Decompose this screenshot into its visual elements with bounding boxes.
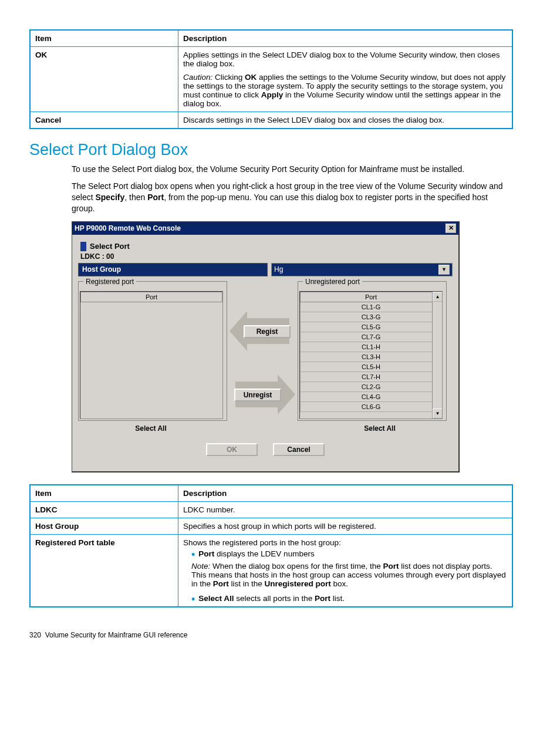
table-row: LDKC LDKC number. xyxy=(30,501,512,518)
cell-item: OK xyxy=(35,50,47,59)
unregistered-port-list[interactable]: Port CL1-G CL3-G CL5-G CL7-G CL1-H CL3-H… xyxy=(299,291,443,419)
port-column-header: Port xyxy=(301,292,442,302)
registered-legend: Registered port xyxy=(83,278,136,286)
unregist-arrow: Unregist xyxy=(233,374,292,414)
unregist-button[interactable]: Unregist xyxy=(234,389,281,401)
list-item: CL6-G xyxy=(301,401,442,411)
cell-desc: Applies settings in the Select LDEV dial… xyxy=(178,47,513,112)
ldkc-label: LDKC : 00 xyxy=(80,252,453,261)
select-port-label: Select Port xyxy=(90,242,130,251)
list-item: CL5-H xyxy=(301,362,442,372)
table-row: OK Applies settings in the Select LDEV d… xyxy=(30,47,512,112)
cell-item: Cancel xyxy=(35,116,61,124)
cell-desc: Discards settings in the Select LDEV dia… xyxy=(178,112,513,129)
list-item: CL2-G xyxy=(301,382,442,391)
table-select-port-items: Item Description LDKC LDKC number. Host … xyxy=(29,484,513,607)
bullet-icon: • xyxy=(191,549,195,561)
list-item: CL1-H xyxy=(301,342,442,352)
unregistered-legend: Unregistered port xyxy=(303,278,362,286)
host-group-value: Hg xyxy=(274,265,283,274)
list-item: CL4-G xyxy=(301,391,442,401)
note-label: Note: xyxy=(191,562,210,571)
th-item: Item xyxy=(30,485,178,502)
host-group-label: Host Group xyxy=(78,263,268,276)
port-column-header: Port xyxy=(81,292,222,302)
paragraph: To use the Select Port dialog box, the V… xyxy=(72,164,513,175)
select-all-registered-button[interactable]: Select All xyxy=(78,422,224,435)
select-port-dialog-screenshot: HP P9000 Remote Web Console ✕ Select Por… xyxy=(72,221,513,472)
list-item: CL7-H xyxy=(301,372,442,382)
page-footer: 320 Volume Security for Mainframe GUI re… xyxy=(29,631,513,639)
list-item: CL7-G xyxy=(301,332,442,342)
caution-label: Caution: xyxy=(183,73,212,82)
table-ok-cancel: Item Description OK Applies settings in … xyxy=(29,29,513,129)
ok-button[interactable]: OK xyxy=(206,443,258,456)
table-row: Registered Port table Shows the register… xyxy=(30,534,512,607)
regist-arrow: Regist xyxy=(233,311,292,351)
regist-button[interactable]: Regist xyxy=(244,325,291,338)
bullet-icon: • xyxy=(191,593,195,605)
list-item: CL3-H xyxy=(301,352,442,362)
close-icon[interactable]: ✕ xyxy=(446,224,456,233)
dialog-titlebar: HP P9000 Remote Web Console ✕ xyxy=(72,222,458,235)
th-item: Item xyxy=(30,30,178,47)
table-row: Cancel Discards settings in the Select L… xyxy=(30,112,512,129)
accent-square xyxy=(80,242,86,251)
chevron-down-icon[interactable]: ▼ xyxy=(438,265,450,275)
list-item: CL3-G xyxy=(301,312,442,322)
dialog-title: HP P9000 Remote Web Console xyxy=(75,224,181,232)
host-group-select[interactable]: Hg ▼ xyxy=(271,263,453,276)
section-title: Select Port Dialog Box xyxy=(29,141,513,159)
paragraph: The Select Port dialog box opens when yo… xyxy=(72,181,513,214)
scroll-up-icon[interactable]: ▲ xyxy=(433,292,443,302)
list-item: CL5-G xyxy=(301,322,442,332)
registered-port-list[interactable]: Port xyxy=(80,291,223,419)
table-row: Host Group Specifies a host group in whi… xyxy=(30,518,512,534)
cancel-button[interactable]: Cancel xyxy=(273,443,325,456)
select-all-unregistered-button[interactable]: Select All xyxy=(307,422,453,435)
list-item: CL1-G xyxy=(301,302,442,312)
th-desc: Description xyxy=(178,485,513,502)
scroll-down-icon[interactable]: ▼ xyxy=(433,409,443,418)
th-desc: Description xyxy=(178,30,513,47)
